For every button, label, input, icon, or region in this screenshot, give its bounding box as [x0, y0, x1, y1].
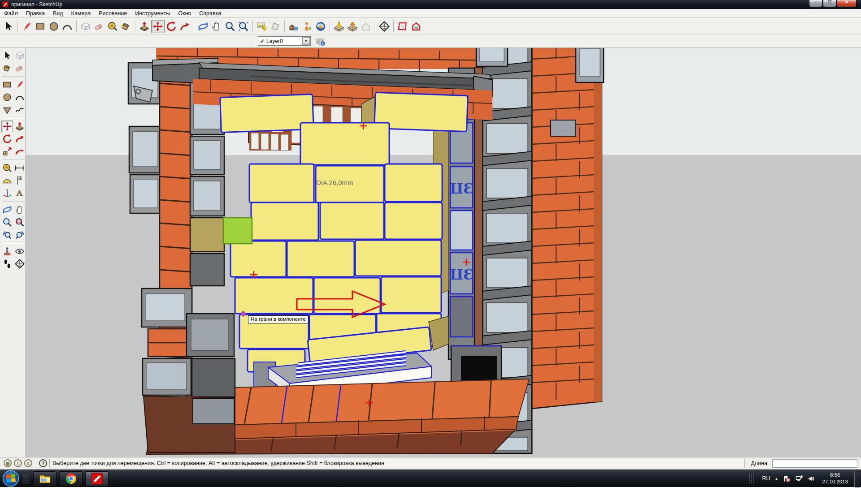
menu-tools[interactable]: Инструменты	[131, 9, 174, 17]
menu-window[interactable]: Окно	[174, 9, 195, 17]
menu-camera[interactable]: Камера	[67, 9, 95, 17]
protractor-tool-button[interactable]	[1, 175, 13, 186]
help-icon[interactable]	[39, 459, 47, 467]
select-button[interactable]	[2, 20, 15, 33]
offset-tool-button[interactable]	[14, 146, 26, 157]
restore-button[interactable]	[823, 0, 836, 7]
select-tool-button[interactable]	[1, 50, 13, 61]
orbit-tool-button[interactable]	[1, 204, 13, 215]
axes-indicator-button[interactable]	[378, 20, 391, 33]
next-tool-button[interactable]	[14, 229, 26, 241]
model-viewport[interactable]: ЗЦ ЗЦ	[26, 48, 861, 457]
photo-textures-button[interactable]	[255, 20, 269, 33]
3d-text-tool-button[interactable]	[14, 187, 26, 199]
geolocation-icon[interactable]	[4, 459, 12, 467]
toolbar-separator	[135, 21, 135, 32]
scale-tool-button[interactable]	[1, 146, 13, 157]
zoom-button[interactable]	[223, 20, 237, 33]
taskbar-chrome[interactable]	[59, 471, 83, 486]
make-component-tool-button[interactable]	[14, 50, 26, 61]
push-pull-tool-button[interactable]	[14, 121, 26, 132]
minimize-button[interactable]	[809, 0, 822, 7]
arc-tool-button[interactable]	[14, 91, 26, 103]
rotate-button[interactable]	[165, 20, 178, 33]
model-scene[interactable]: ЗЦ ЗЦ	[26, 48, 861, 457]
look-around-tool-button[interactable]	[14, 246, 26, 257]
push-pull-icon	[139, 21, 150, 32]
rotate-tool-button[interactable]	[1, 133, 13, 145]
clock[interactable]: 8:56 27.10.2013	[820, 472, 850, 485]
circle-button[interactable]	[47, 20, 61, 33]
volume-icon[interactable]	[808, 474, 816, 482]
previous-tool-button[interactable]	[1, 229, 13, 241]
tape-measure-tool-button[interactable]	[1, 162, 13, 174]
taskbar-sketchup[interactable]	[85, 471, 109, 486]
measurement-input[interactable]	[772, 459, 857, 468]
axes-tool-tool-button[interactable]	[1, 187, 13, 199]
position-texture-button[interactable]	[269, 20, 282, 33]
position-camera-tool-button[interactable]	[1, 246, 13, 257]
rectangle-button[interactable]	[34, 20, 47, 33]
eraser-button[interactable]	[92, 20, 106, 33]
chevron-down-icon[interactable]	[302, 37, 310, 45]
menu-view[interactable]: Вид	[49, 9, 67, 17]
zoom-extents-button[interactable]	[237, 20, 250, 33]
circle-tool-button[interactable]	[1, 91, 13, 103]
follow-me-tool-button[interactable]	[14, 133, 26, 145]
section-cuts-button[interactable]	[409, 20, 423, 33]
line-button[interactable]	[20, 20, 34, 33]
menu-help[interactable]: Справка	[195, 9, 225, 17]
arc-button[interactable]	[61, 20, 74, 33]
network-icon[interactable]	[795, 474, 803, 482]
walk-tool-button[interactable]	[1, 258, 13, 270]
orbit-button[interactable]	[196, 20, 210, 33]
text-tool-tool-button[interactable]	[14, 175, 26, 186]
menu-file[interactable]: Файл	[0, 9, 22, 17]
move-tool-button[interactable]	[1, 121, 13, 132]
language-indicator[interactable]: RU	[762, 475, 770, 482]
eraser-tool-button[interactable]	[14, 62, 26, 74]
pan-tool-button[interactable]	[14, 204, 26, 215]
right-brick-wall	[532, 48, 602, 409]
line-tool-button[interactable]	[14, 79, 26, 90]
menu-edit[interactable]: Правка	[22, 9, 49, 17]
tape-measure-button[interactable]	[106, 20, 119, 33]
zoom-icon	[225, 21, 235, 32]
zoom-tool-button[interactable]	[1, 216, 13, 228]
share-model-button[interactable]	[346, 20, 359, 33]
follow-me-button[interactable]	[178, 20, 191, 33]
move-button[interactable]	[151, 20, 165, 33]
left-outer-blocks	[128, 63, 162, 213]
3d-warehouse-button[interactable]	[287, 20, 300, 33]
pan-button[interactable]	[210, 20, 223, 33]
push-pull-button[interactable]	[138, 20, 151, 33]
paint-bucket-button[interactable]	[119, 20, 133, 33]
credits-icon[interactable]	[24, 459, 32, 467]
google-earth-button[interactable]	[314, 20, 327, 33]
section-plane-button[interactable]	[396, 20, 409, 33]
action-center-icon[interactable]	[783, 474, 791, 482]
paint-bucket-tool-button[interactable]	[1, 62, 13, 74]
components-button[interactable]	[300, 20, 314, 33]
make-component-button[interactable]	[79, 20, 92, 33]
paint-bucket-icon	[121, 21, 131, 32]
close-button[interactable]	[837, 0, 857, 7]
axes-indicator-tool-button[interactable]	[14, 258, 26, 270]
taskbar-explorer[interactable]	[33, 471, 57, 486]
attribution-icon[interactable]	[14, 459, 22, 467]
get-models-button[interactable]	[332, 20, 346, 33]
rectangle-tool-button[interactable]	[1, 79, 13, 90]
zoom-window-tool-button[interactable]	[14, 216, 26, 228]
show-hidden-icons-icon[interactable]	[775, 477, 778, 481]
layer-combobox[interactable]: Layer0	[258, 36, 311, 46]
freehand-tool-button[interactable]	[14, 104, 26, 116]
start-button[interactable]	[2, 470, 19, 487]
show-desktop-button[interactable]	[854, 470, 860, 487]
dimensions-tool-button[interactable]	[14, 162, 26, 174]
layer-manager-button[interactable]	[314, 35, 327, 47]
measurement-label: Длина	[751, 460, 767, 466]
polygon-tool-button[interactable]	[1, 104, 13, 116]
menu-draw[interactable]: Рисование	[95, 9, 131, 17]
share-component-button[interactable]	[359, 20, 373, 33]
rotate-icon	[2, 134, 12, 144]
